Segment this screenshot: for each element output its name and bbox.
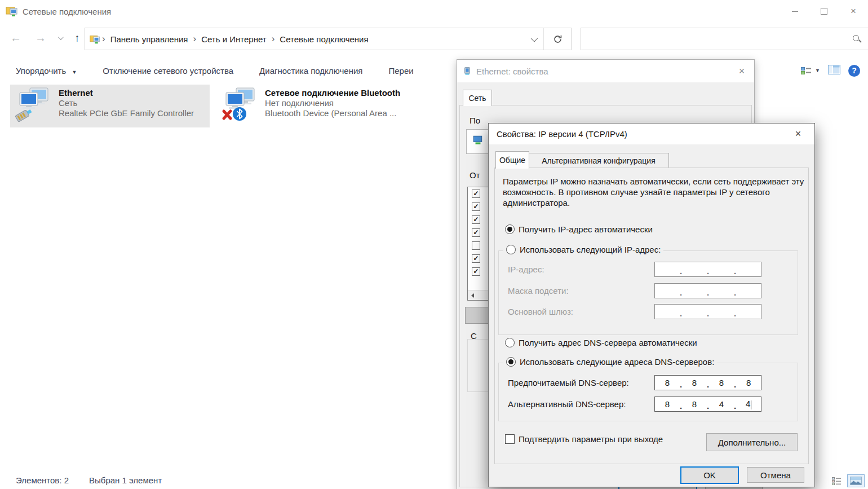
disable-device-button[interactable]: Отключение сетевого устройства [103,66,233,76]
scroll-left-button[interactable] [468,290,489,300]
adapter-icon [472,134,484,146]
tab-network[interactable]: Сеть [463,90,492,106]
forward-button[interactable]: → [33,23,48,54]
dropdown-icon: ▼ [72,69,77,75]
ipv4-dialog-titlebar: Свойства: IP версии 4 (TCP/IPv4) [489,124,814,144]
ethernet-dialog-title: Ethernet: свойства [476,67,548,76]
radio-selected-icon [506,357,516,367]
file-item-bluetooth[interactable]: Сетевое подключение Bluetooth Нет подклю… [216,85,428,127]
checkbox-icon [505,434,515,444]
protocol-item[interactable]: ✓ [468,213,490,226]
protocol-item[interactable]: ✓ [468,187,490,200]
connection-device: Realtek PCIe GbE Family Controller [59,108,194,118]
radio-label: Использовать следующий IP-адрес: [520,245,661,254]
breadcrumb-network-internet[interactable]: Сеть и Интернет [198,34,270,44]
radio-obtain-dns-auto[interactable]: Получить адрес DNS-сервера автоматически [505,338,697,347]
preferred-dns-label: Предпочитаемый DNS-сервер: [508,378,629,387]
default-gateway-input[interactable]: ... [654,304,761,319]
radio-icon [506,245,516,254]
search-icon [852,34,862,44]
checkbox-checked-icon: ✓ [472,202,480,211]
back-button[interactable]: ← [8,23,24,54]
file-list: Ethernet Сеть Realtek PCIe GbE Family Co… [0,85,451,130]
advanced-button[interactable]: Дополнительно... [706,433,798,451]
file-item-text: Ethernet Сеть Realtek PCIe GbE Family Co… [59,86,194,118]
change-view-button[interactable]: ▼ [801,67,820,75]
tab-general[interactable]: Общие [495,151,529,169]
rename-connection-button[interactable]: Переи [388,66,414,76]
protocol-item[interactable]: ✓ [468,265,490,278]
checkbox-icon [472,241,480,250]
protocol-item[interactable]: ✓ [468,200,490,213]
command-bar-right: ▼ ? [801,58,860,83]
breadcrumb-separator-icon: › [270,33,277,45]
radio-selected-icon [505,224,515,234]
adapter-icon [463,67,472,76]
alternate-dns-label: Альтернативный DNS-сервер: [508,399,626,409]
maximize-icon [821,8,827,15]
checkbox-checked-icon: ✓ [472,267,480,276]
preview-pane-button[interactable] [828,65,840,76]
details-view-icon [832,477,841,485]
recent-locations-button[interactable] [54,23,65,54]
help-button[interactable]: ? [848,65,860,77]
ok-button[interactable]: OK [680,466,739,484]
radio-label: Получить адрес DNS-сервера автоматически [519,338,697,347]
protocol-item[interactable]: ✓ [468,252,490,265]
breadcrumb-network-connections[interactable]: Сетевые подключения [276,34,371,44]
window-titlebar: Сетевые подключения × [0,0,868,23]
ethernet-dialog-titlebar: Ethernet: свойства × [457,60,754,82]
address-bar-controls [523,28,571,50]
refresh-button[interactable] [543,28,571,50]
help-icon: ? [852,66,857,75]
up-button[interactable]: ↑ [70,23,85,54]
static-ip-groupbox: Использовать следующий IP-адрес: IP-адре… [498,250,798,335]
maximize-button[interactable] [809,0,839,23]
forward-icon: → [35,32,46,45]
cancel-button[interactable]: Отмена [747,467,804,483]
thumbnails-view-icon [850,477,862,485]
protocol-list[interactable]: ✓✓✓✓✓✓ [467,187,491,301]
protocol-item[interactable]: ✓ [468,226,490,239]
radio-label: Использовать следующие адреса DNS-сервер… [520,357,714,367]
preferred-dns-input[interactable]: 8. 8. 8. 8 [654,375,761,390]
minimize-button[interactable] [780,0,809,23]
organize-button[interactable]: Упорядочить ▼ [16,66,77,76]
radio-use-following-ip[interactable]: Использовать следующий IP-адрес: [503,245,663,254]
window-title: Сетевые подключения [23,7,111,16]
ethernet-connection-icon [15,86,51,122]
protocol-item[interactable] [468,239,490,252]
file-item-ethernet[interactable]: Ethernet Сеть Realtek PCIe GbE Family Co… [10,85,210,127]
chevron-down-icon [57,34,63,40]
ethernet-dialog-close-button[interactable]: × [729,60,754,82]
address-bar[interactable]: › Панель управления › Сеть и Интернет › … [85,28,572,50]
minimize-icon [792,11,798,12]
close-icon: × [851,6,856,17]
search-box [581,28,868,50]
ipv4-properties-dialog: Свойства: IP версии 4 (TCP/IPv4) × Общие… [488,123,815,487]
alternate-dns-input[interactable]: 8. 8. 4. 4 [654,397,761,412]
breadcrumb-control-panel[interactable]: Панель управления [107,34,192,44]
validate-settings-checkbox[interactable]: Подтвердить параметры при выходе [505,434,663,444]
navigation-bar: ← → ↑ › Панель управления › Сеть и Интер… [0,23,868,54]
diagnose-connection-button[interactable]: Диагностика подключения [259,66,362,76]
items-count: Элементов: 2 [16,475,69,485]
ipv4-description: Параметры IP можно назначать автоматичес… [503,176,804,208]
ip-address-input[interactable]: ... [654,262,761,277]
dns-groupbox: Использовать следующие адреса DNS-сервер… [498,363,798,421]
up-icon: ↑ [74,32,80,45]
close-button[interactable]: × [839,0,868,23]
address-dropdown-button[interactable] [523,28,543,50]
subnet-mask-input[interactable]: ... [654,283,761,298]
radio-obtain-ip-auto[interactable]: Получить IP-адрес автоматически [505,224,653,234]
radio-use-following-dns[interactable]: Использовать следующие адреса DNS-сервер… [503,357,717,367]
file-item-text: Сетевое подключение Bluetooth Нет подклю… [265,86,400,118]
tab-alternate-configuration[interactable]: Альтернативная конфигурация [528,153,669,169]
ipv4-dialog-title: Свойства: IP версии 4 (TCP/IPv4) [497,129,627,139]
network-connections-window: Сетевые подключения × ← → ↑ › Панель упр… [0,0,868,489]
ipv4-dialog-close-button[interactable]: × [786,126,810,142]
search-input[interactable] [581,30,852,47]
components-label: От [470,170,480,180]
details-view-button[interactable] [829,475,844,487]
thumbnails-view-button[interactable] [847,474,865,487]
